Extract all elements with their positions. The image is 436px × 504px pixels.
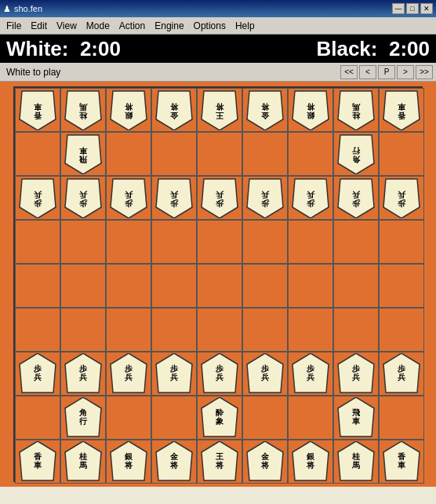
- board-cell[interactable]: 桂馬: [60, 88, 106, 132]
- board-cell[interactable]: [242, 308, 288, 352]
- board-cell[interactable]: [15, 264, 60, 308]
- board-cell[interactable]: 桂馬: [333, 88, 379, 132]
- menu-mode[interactable]: Mode: [82, 19, 114, 33]
- board-cell[interactable]: [288, 396, 333, 440]
- restore-button[interactable]: □: [406, 3, 419, 14]
- board-cell[interactable]: 歩兵: [379, 176, 424, 220]
- board-cell[interactable]: 香車: [15, 440, 60, 484]
- board-cell[interactable]: [106, 264, 151, 308]
- board-cell[interactable]: [197, 220, 242, 264]
- board-cell[interactable]: [60, 308, 106, 352]
- nav-first-button[interactable]: <<: [340, 65, 358, 79]
- board-cell[interactable]: [151, 308, 197, 352]
- board-cell[interactable]: 桂馬: [333, 440, 379, 484]
- board-cell[interactable]: 香車: [379, 88, 424, 132]
- board-cell[interactable]: 王将: [197, 440, 242, 484]
- board-cell[interactable]: [15, 308, 60, 352]
- board-cell[interactable]: 飛車: [333, 396, 379, 440]
- board-cell[interactable]: 歩兵: [106, 176, 151, 220]
- board-cell[interactable]: [333, 220, 379, 264]
- board-cell[interactable]: 桂馬: [60, 440, 106, 484]
- board-cell[interactable]: [15, 132, 60, 176]
- board-cell[interactable]: [333, 308, 379, 352]
- close-button[interactable]: ✕: [420, 3, 433, 14]
- board-cell[interactable]: 銀将: [106, 88, 151, 132]
- board-cell[interactable]: [106, 220, 151, 264]
- board-cell[interactable]: [242, 132, 288, 176]
- board-cell[interactable]: 歩兵: [60, 176, 106, 220]
- board-cell[interactable]: 歩兵: [197, 352, 242, 396]
- nav-last-button[interactable]: >>: [416, 65, 433, 79]
- board-cell[interactable]: [379, 396, 424, 440]
- menu-view[interactable]: View: [52, 19, 82, 33]
- board-cell[interactable]: 歩兵: [106, 352, 151, 396]
- board-cell[interactable]: 銀将: [106, 440, 151, 484]
- board-cell[interactable]: 歩兵: [151, 176, 197, 220]
- board-cell[interactable]: [242, 264, 288, 308]
- board-cell[interactable]: 歩兵: [333, 176, 379, 220]
- board-cell[interactable]: [151, 220, 197, 264]
- board-cell[interactable]: [288, 132, 333, 176]
- nav-pause-button[interactable]: P: [378, 65, 395, 79]
- piece-kanji: 桂馬: [352, 103, 360, 120]
- board-cell[interactable]: [288, 264, 333, 308]
- board-cell[interactable]: [151, 264, 197, 308]
- board-cell[interactable]: [288, 220, 333, 264]
- board-cell[interactable]: 歩兵: [333, 352, 379, 396]
- board-cell[interactable]: [242, 396, 288, 440]
- minimize-button[interactable]: —: [392, 3, 405, 14]
- black-time: 2:00: [389, 37, 430, 60]
- nav-prev-button[interactable]: <: [359, 65, 376, 79]
- board-cell[interactable]: 角行: [60, 396, 106, 440]
- board-cell[interactable]: [197, 132, 242, 176]
- board-cell[interactable]: 金将: [151, 88, 197, 132]
- board-cell[interactable]: 金将: [151, 440, 197, 484]
- menu-file[interactable]: File: [2, 19, 26, 33]
- board-cell[interactable]: [60, 264, 106, 308]
- board-cell[interactable]: 歩兵: [288, 176, 333, 220]
- board-cell[interactable]: 金将: [242, 88, 288, 132]
- board-cell[interactable]: [242, 220, 288, 264]
- board-cell[interactable]: [379, 264, 424, 308]
- board-cell[interactable]: 金将: [242, 440, 288, 484]
- board-cell[interactable]: 銀将: [288, 88, 333, 132]
- board-cell[interactable]: 歩兵: [288, 352, 333, 396]
- board-cell[interactable]: 歩兵: [197, 176, 242, 220]
- board-cell[interactable]: 銀将: [288, 440, 333, 484]
- board-cell[interactable]: 角行: [333, 132, 379, 176]
- menu-options[interactable]: Options: [189, 19, 231, 33]
- board-cell[interactable]: [106, 308, 151, 352]
- menu-edit[interactable]: Edit: [26, 19, 52, 33]
- menu-help[interactable]: Help: [231, 19, 260, 33]
- board-cell[interactable]: [151, 396, 197, 440]
- board-cell[interactable]: 香車: [15, 88, 60, 132]
- board-cell[interactable]: [106, 132, 151, 176]
- board-cell[interactable]: 酔象: [197, 396, 242, 440]
- board-cell[interactable]: [288, 308, 333, 352]
- board-cell[interactable]: [197, 308, 242, 352]
- board-cell[interactable]: 歩兵: [60, 352, 106, 396]
- board-cell[interactable]: [197, 264, 242, 308]
- board-cell[interactable]: [15, 396, 60, 440]
- board-cell[interactable]: [333, 264, 379, 308]
- board-cell[interactable]: [379, 132, 424, 176]
- board-cell[interactable]: 歩兵: [379, 352, 424, 396]
- board-cell[interactable]: 歩兵: [15, 352, 60, 396]
- board-cell[interactable]: 歩兵: [242, 352, 288, 396]
- board-cell[interactable]: [379, 308, 424, 352]
- board-cell[interactable]: [151, 132, 197, 176]
- board-cell[interactable]: [379, 220, 424, 264]
- board-cell[interactable]: 飛車: [60, 132, 106, 176]
- nav-next-button[interactable]: >: [397, 65, 414, 79]
- board-cell[interactable]: 歩兵: [151, 352, 197, 396]
- menu-engine[interactable]: Engine: [150, 19, 188, 33]
- board-cell[interactable]: [15, 220, 60, 264]
- board-cell[interactable]: 王将: [197, 88, 242, 132]
- board-cell[interactable]: 歩兵: [242, 176, 288, 220]
- menu-action[interactable]: Action: [114, 19, 150, 33]
- piece: 銀将: [291, 441, 330, 482]
- board-cell[interactable]: [60, 220, 106, 264]
- board-cell[interactable]: 香車: [379, 440, 424, 484]
- board-cell[interactable]: [106, 396, 151, 440]
- board-cell[interactable]: 歩兵: [15, 176, 60, 220]
